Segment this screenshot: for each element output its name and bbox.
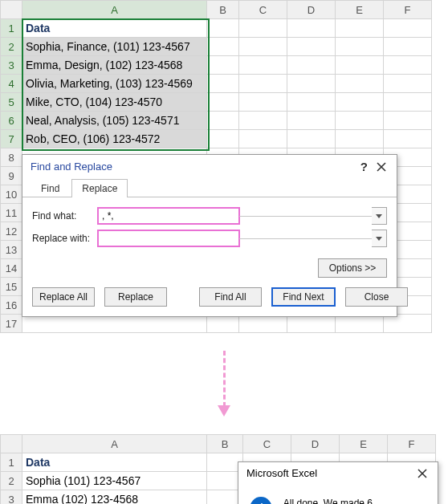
cell[interactable]: Data [22, 19, 207, 38]
cell[interactable] [287, 38, 336, 56]
cell[interactable]: Data [22, 453, 207, 472]
cell[interactable] [207, 56, 239, 75]
cell[interactable] [384, 38, 432, 56]
find-what-dropdown[interactable] [372, 207, 387, 225]
cell[interactable]: Rob, CEO, (106) 123-4572 [22, 130, 207, 148]
result-message-box: Microsoft Excel i All done. We made 6 re… [238, 461, 438, 504]
row-header[interactable]: 10 [1, 185, 22, 204]
row-header[interactable]: 12 [1, 222, 22, 241]
tab-find[interactable]: Find [31, 179, 70, 197]
cell[interactable]: Olivia, Marketing, (103) 123-4569 [22, 75, 207, 93]
find-next-button[interactable]: Find Next [271, 287, 336, 307]
help-icon[interactable]: ? [356, 160, 373, 173]
corner-cell[interactable] [1, 1, 22, 19]
cell[interactable]: Sophia (101) 123-4567 [22, 472, 207, 490]
cell[interactable] [384, 130, 432, 148]
flow-arrow [0, 333, 448, 434]
row-header[interactable]: 6 [1, 112, 22, 130]
cell[interactable]: Emma, Design, (102) 123-4568 [22, 56, 207, 75]
cell[interactable] [207, 93, 239, 112]
cell[interactable] [336, 56, 384, 75]
cell[interactable] [239, 19, 287, 38]
cell[interactable] [384, 93, 432, 112]
cell[interactable] [239, 56, 287, 75]
row-header[interactable]: 13 [1, 241, 22, 259]
cell[interactable]: Mike, CTO, (104) 123-4570 [22, 93, 207, 112]
dialog-title: Find and Replace [31, 161, 112, 173]
column-header[interactable]: F [388, 435, 436, 453]
replace-with-label: Replace with: [32, 233, 98, 244]
cell[interactable] [239, 38, 287, 56]
cell[interactable] [336, 75, 384, 93]
row-header[interactable]: 15 [1, 278, 22, 296]
column-header[interactable]: A [22, 435, 207, 453]
row-header[interactable]: 4 [1, 75, 22, 93]
cell[interactable] [239, 93, 287, 112]
column-header[interactable]: B [207, 1, 239, 19]
column-header[interactable]: C [243, 435, 291, 453]
row-header[interactable]: 3 [1, 56, 22, 75]
cell[interactable] [207, 19, 239, 38]
cell[interactable] [336, 19, 384, 38]
cell[interactable] [336, 38, 384, 56]
replace-button[interactable]: Replace [104, 287, 167, 307]
replace-with-dropdown[interactable] [372, 230, 387, 247]
close-button[interactable]: Close [345, 287, 408, 307]
row-header[interactable]: 5 [1, 93, 22, 112]
row-header[interactable]: 2 [1, 38, 22, 56]
cell[interactable] [207, 112, 239, 130]
row-header[interactable]: 8 [1, 148, 22, 167]
column-header[interactable]: E [336, 1, 384, 19]
close-icon[interactable] [373, 161, 390, 173]
column-header[interactable]: C [239, 1, 287, 19]
column-header[interactable]: D [287, 1, 336, 19]
row-header[interactable]: 1 [1, 453, 22, 472]
row-header[interactable]: 9 [1, 167, 22, 185]
replace-with-input[interactable] [98, 230, 239, 246]
cell[interactable] [384, 75, 432, 93]
row-header[interactable]: 17 [1, 315, 22, 333]
cell[interactable]: Emma (102) 123-4568 [22, 490, 207, 505]
column-header[interactable]: F [384, 1, 432, 19]
cell[interactable] [239, 75, 287, 93]
column-header[interactable]: A [22, 1, 207, 19]
cell[interactable] [384, 112, 432, 130]
column-header[interactable]: D [291, 435, 340, 453]
options-button[interactable]: Options >> [318, 258, 387, 278]
close-icon[interactable] [413, 468, 431, 479]
cell[interactable] [336, 130, 384, 148]
dialog-tabs: Find Replace [22, 175, 397, 197]
cell[interactable] [207, 38, 239, 56]
row-header[interactable]: 14 [1, 259, 22, 278]
cell[interactable] [239, 112, 287, 130]
row-header[interactable]: 1 [1, 19, 22, 38]
column-header[interactable]: B [207, 435, 243, 453]
cell[interactable] [287, 56, 336, 75]
find-all-button[interactable]: Find All [199, 287, 262, 307]
cell[interactable] [207, 130, 239, 148]
cell[interactable] [384, 56, 432, 75]
cell[interactable] [287, 75, 336, 93]
cell[interactable] [384, 19, 432, 38]
msgbox-message: All done. We made 6 replacements. [283, 498, 425, 504]
cell[interactable] [287, 130, 336, 148]
cell[interactable]: Neal, Analysis, (105) 123-4571 [22, 112, 207, 130]
column-header[interactable]: E [340, 435, 388, 453]
cell[interactable] [336, 112, 384, 130]
cell[interactable] [287, 19, 336, 38]
cell[interactable] [207, 75, 239, 93]
row-header[interactable]: 16 [1, 296, 22, 315]
cell[interactable]: Sophia, Finance, (101) 123-4567 [22, 38, 207, 56]
cell[interactable] [287, 93, 336, 112]
corner-cell[interactable] [1, 435, 22, 453]
row-header[interactable]: 3 [1, 490, 22, 505]
cell[interactable] [336, 93, 384, 112]
row-header[interactable]: 11 [1, 204, 22, 222]
row-header[interactable]: 2 [1, 472, 22, 490]
cell[interactable] [287, 112, 336, 130]
row-header[interactable]: 7 [1, 130, 22, 148]
find-what-input[interactable] [98, 208, 239, 224]
cell[interactable] [239, 130, 287, 148]
tab-replace[interactable]: Replace [71, 179, 128, 197]
replace-all-button[interactable]: Replace All [32, 287, 95, 307]
